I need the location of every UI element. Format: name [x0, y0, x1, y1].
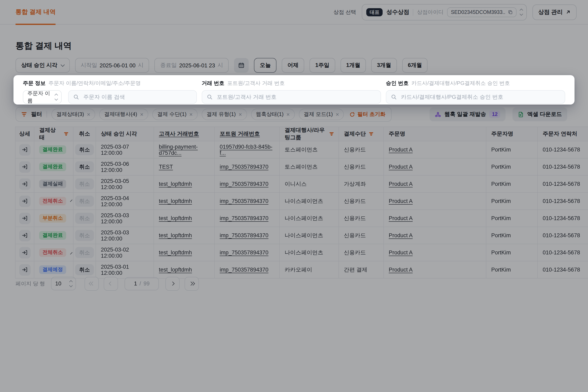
app-root: 통합 결제 내역 상점 선택 대표 성수상점 상점아이디 SED02345DCO…: [0, 0, 588, 392]
order-search-field: [68, 90, 197, 104]
tx-search-input[interactable]: [216, 94, 376, 100]
group-title: 주문 정보: [23, 80, 46, 87]
dim-overlay: [0, 0, 588, 392]
group-hint: 포트원/고객사 거래 번호: [227, 80, 285, 87]
tx-number-group: 거래 번호 포트원/고객사 거래 번호: [202, 80, 381, 104]
order-search-input[interactable]: [82, 94, 192, 100]
chevron-updown-icon: [55, 94, 57, 100]
approval-search-input[interactable]: [400, 94, 560, 100]
group-title: 거래 번호: [202, 80, 224, 87]
approval-search-field: [386, 90, 565, 104]
search-icon: [73, 94, 79, 100]
order-field-select[interactable]: 주문자 이름: [23, 90, 62, 104]
group-title: 승인 번호: [386, 80, 408, 87]
search-panel: 주문 정보 주문자 이름/연락처/이메일/주소/주문명 주문자 이름 거래 번호…: [14, 75, 574, 104]
order-info-group: 주문 정보 주문자 이름/연락처/이메일/주소/주문명 주문자 이름: [23, 80, 197, 104]
tx-search-field: [202, 90, 381, 104]
group-hint: 주문자 이름/연락처/이메일/주소/주문명: [48, 80, 141, 87]
search-icon: [391, 94, 397, 100]
search-icon: [206, 94, 213, 100]
group-hint: 카드사/결제대행사/PG결제취소 승인 번호: [412, 80, 510, 87]
approval-number-group: 승인 번호 카드사/결제대행사/PG결제취소 승인 번호: [386, 80, 565, 104]
